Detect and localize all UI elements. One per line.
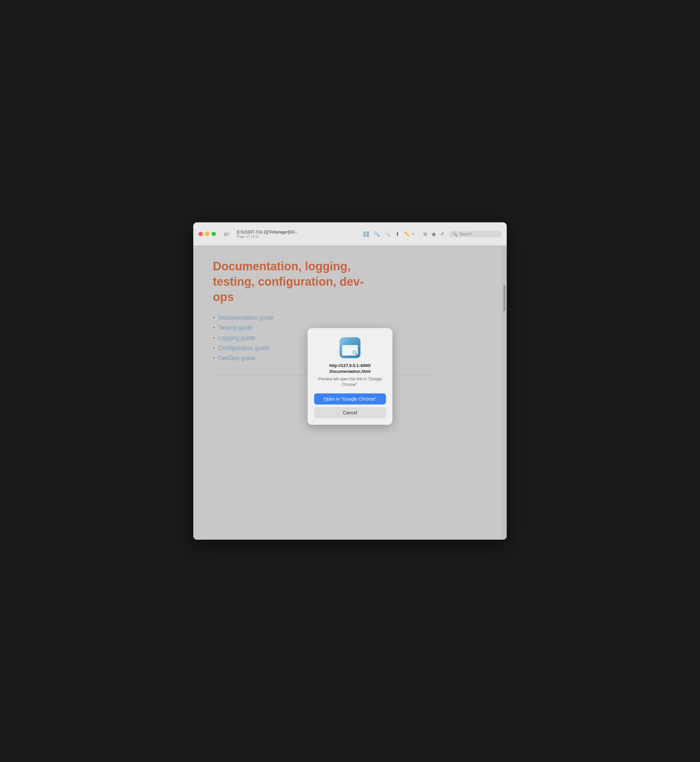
traffic-lights bbox=[198, 232, 216, 236]
search-icon: 🔍 bbox=[453, 232, 458, 236]
cancel-button[interactable]: Cancel bbox=[314, 407, 386, 418]
minimize-button[interactable] bbox=[205, 232, 209, 236]
sidebar-icon: ⊟ bbox=[224, 231, 228, 237]
content-area: Documentation, logging, testing, configu… bbox=[193, 246, 507, 540]
toolbar-separator bbox=[419, 231, 419, 237]
toolbar: ℹ️ 🔍 🔍 ⬆ ✏️ ▾ ⧉ ◉ ✐ 🔍 Search bbox=[363, 231, 502, 237]
dialog-description: Preview will open this link in "Google C… bbox=[314, 376, 386, 387]
search-placeholder: Search bbox=[459, 232, 472, 236]
preview-app-icon-graphic bbox=[339, 337, 361, 358]
window-title: [CS2103T-T10-1][TAManager]DG... bbox=[237, 230, 298, 234]
app-window: ⊟ ▾ [CS2103T-T10-1][TAManager]DG... Page… bbox=[193, 222, 507, 540]
pen-icon[interactable]: ✏️ bbox=[404, 231, 410, 237]
zoom-out-icon[interactable]: 🔍 bbox=[384, 231, 391, 237]
sidebar-toggle-button[interactable]: ⊟ ▾ bbox=[222, 231, 231, 238]
dialog-overlay: http://127.0.0.1:4000/ Documentation.htm… bbox=[193, 246, 507, 540]
maximize-button[interactable] bbox=[212, 232, 216, 236]
annotate-icon[interactable]: ◉ bbox=[431, 231, 436, 237]
search-bar[interactable]: 🔍 Search bbox=[449, 231, 502, 237]
title-area: [CS2103T-T10-1][TAManager]DG... Page 17 … bbox=[237, 230, 298, 238]
chevron-down-icon: ▾ bbox=[228, 232, 230, 236]
dialog-url: http://127.0.0.1:4000/ Documentation.htm… bbox=[329, 363, 370, 375]
info-icon[interactable]: ℹ️ bbox=[363, 231, 369, 237]
titlebar: ⊟ ▾ [CS2103T-T10-1][TAManager]DG... Page… bbox=[193, 222, 507, 246]
page-indicator: Page 17 of 31 bbox=[237, 234, 259, 238]
app-icon bbox=[339, 337, 361, 358]
window-resize-icon[interactable]: ⧉ bbox=[423, 231, 427, 237]
pen-dropdown-icon[interactable]: ▾ bbox=[412, 232, 414, 236]
open-link-dialog: http://127.0.0.1:4000/ Documentation.htm… bbox=[308, 328, 392, 425]
markup-icon[interactable]: ✐ bbox=[441, 231, 445, 237]
scrollbar-thumb[interactable] bbox=[503, 285, 505, 311]
share-icon[interactable]: ⬆ bbox=[395, 231, 400, 237]
open-in-chrome-button[interactable]: Open in "Google Chrome" bbox=[314, 393, 386, 404]
scrollbar[interactable] bbox=[502, 246, 507, 540]
zoom-in-icon[interactable]: 🔍 bbox=[374, 231, 380, 237]
close-button[interactable] bbox=[198, 232, 203, 236]
